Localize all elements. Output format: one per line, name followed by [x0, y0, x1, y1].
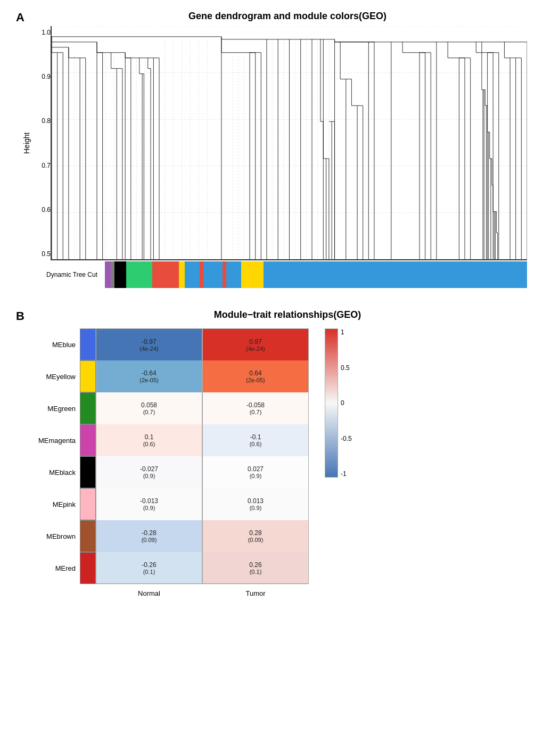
color-segment [192, 261, 196, 288]
cell-pval: (0.9) [250, 505, 262, 511]
color-segment [226, 261, 230, 288]
row-swatch-MEblue [80, 328, 96, 360]
row-label-MEbrown: MEbrown [32, 532, 80, 540]
row-label-MEpink: MEpink [32, 500, 80, 508]
col-header-tumor: Tumor [202, 587, 309, 597]
panel-b-title: Module−trait relationships(GEO) [16, 309, 527, 321]
row-swatch-MEbrown [80, 520, 96, 552]
scale-label-1: 0.5 [341, 364, 352, 372]
row-label-MEblue: MEblue [32, 341, 80, 349]
cell-value: 0.058 [141, 401, 157, 409]
cell-MEbrown-1: 0.28(0.09) [202, 520, 309, 552]
cell-MEgreen-1: -0.058(0.7) [202, 392, 309, 424]
cell-value: -0.013 [140, 497, 158, 505]
color-segment [264, 261, 527, 288]
cell-pval: (0.09) [248, 537, 264, 543]
color-segment [152, 261, 171, 288]
cell-value: 0.26 [249, 561, 261, 569]
cell-pval: (2e-05) [139, 377, 158, 383]
row-swatch-MEblack [80, 456, 96, 488]
cell-value: 0.013 [248, 497, 264, 505]
scale-label-4: -1 [341, 470, 352, 478]
color-segment [179, 261, 185, 288]
cell-pval: (0.7) [143, 409, 155, 415]
cell-pval: (0.1) [143, 569, 155, 575]
row-label-MEmagenta: MEmagenta [32, 437, 80, 445]
cell-pval: (0.09) [142, 537, 157, 543]
panel-a: A Gene dendrogram and module colors(GEO)… [16, 11, 527, 288]
heatmap-row: MEpink-0.013(0.9)0.013(0.9) [32, 488, 309, 520]
cell-MEblack-1: 0.027(0.9) [202, 456, 309, 488]
cell-MEblue-1: 0.97(4e-24) [202, 328, 309, 360]
cell-pval: (0.6) [143, 441, 155, 447]
cell-MEmagenta-0: 0.1(0.6) [96, 424, 202, 456]
color-segment [196, 261, 200, 288]
cell-pval: (0.7) [250, 409, 262, 415]
heatmap-row: MEred-0.26(0.1)0.26(0.1) [32, 552, 309, 584]
cell-value: -0.26 [142, 561, 156, 569]
scale-label-3: -0.5 [341, 435, 352, 442]
cell-pval: (4e-24) [139, 346, 158, 352]
cell-pval: (0.6) [250, 441, 262, 447]
color-segment [241, 261, 264, 288]
row-swatch-MEyellow [80, 360, 96, 392]
heatmap-rows: MEblue-0.97(4e-24)0.97(4e-24)MEyellow-0.… [32, 328, 309, 584]
cell-MEpink-0: -0.013(0.9) [96, 488, 202, 520]
cell-value: -0.1 [250, 433, 261, 441]
cell-value: 0.64 [249, 369, 261, 377]
y-tick: 0.8 [35, 117, 51, 125]
heatmap-row: MEblack-0.027(0.9)0.027(0.9) [32, 456, 309, 488]
cell-MEred-0: -0.26(0.1) [96, 552, 202, 584]
cell-value: -0.64 [142, 369, 156, 377]
cell-MEbrown-0: -0.28(0.09) [96, 520, 202, 552]
y-tick: 0.9 [35, 73, 51, 80]
cell-MEred-1: 0.26(0.1) [202, 552, 309, 584]
color-segment [211, 261, 218, 288]
panel-a-title: Gene dendrogram and module colors(GEO) [16, 11, 527, 22]
cell-value: 0.28 [249, 529, 261, 537]
color-segment [237, 261, 241, 288]
color-segment [230, 261, 237, 288]
col-header-normal: Normal [96, 587, 202, 597]
dendrogram-plot: .dend-line { stroke: #000; stroke-width:… [51, 26, 527, 260]
cell-value: -0.97 [142, 338, 156, 346]
cell-MEyellow-1: 0.64(2e-05) [202, 360, 309, 392]
row-label-MEred: MEred [32, 564, 80, 572]
row-label-MEblack: MEblack [32, 469, 80, 476]
heatmap-main: MEblue-0.97(4e-24)0.97(4e-24)MEyellow-0.… [32, 328, 309, 597]
heatmap-row: MEblue-0.97(4e-24)0.97(4e-24) [32, 328, 309, 360]
y-axis-label: Height [21, 26, 32, 260]
cell-pval: (4e-24) [246, 346, 265, 352]
color-bar [105, 261, 527, 288]
y-tick: 0.5 [35, 250, 51, 258]
color-segment [105, 261, 111, 288]
scale-labels: 10.50-0.5-1 [341, 328, 352, 478]
color-bar-section: Dynamic Tree Cut [46, 261, 527, 288]
cell-value: 0.97 [249, 338, 261, 346]
y-tick: 0.7 [35, 162, 51, 169]
row-swatch-MEgreen [80, 392, 96, 424]
heatmap-row: MEyellow-0.64(2e-05)0.64(2e-05) [32, 360, 309, 392]
panel-b: B Module−trait relationships(GEO) MEblue… [16, 309, 527, 597]
cell-MEgreen-0: 0.058(0.7) [96, 392, 202, 424]
cell-value: 0.027 [248, 465, 264, 473]
cell-MEpink-1: 0.013(0.9) [202, 488, 309, 520]
panel-b-label: B [16, 309, 24, 323]
cell-pval: (0.9) [143, 505, 155, 511]
cell-pval: (0.9) [250, 473, 262, 479]
cell-value: -0.28 [142, 529, 156, 537]
cell-MEblack-0: -0.027(0.9) [96, 456, 202, 488]
color-segment [171, 261, 178, 288]
color-segment [126, 261, 152, 288]
row-label-MEyellow: MEyellow [32, 373, 80, 381]
color-scale-legend: 10.50-0.5-1 [325, 328, 352, 478]
y-tick: 1.0 [35, 29, 51, 36]
cell-MEmagenta-1: -0.1(0.6) [202, 424, 309, 456]
color-segment [203, 261, 211, 288]
row-swatch-MEred [80, 552, 96, 584]
scale-label-0: 1 [341, 328, 352, 336]
scale-bar [325, 328, 338, 478]
color-segment [200, 261, 203, 288]
color-segment [223, 261, 226, 288]
heatmap-row: MEbrown-0.28(0.09)0.28(0.09) [32, 520, 309, 552]
